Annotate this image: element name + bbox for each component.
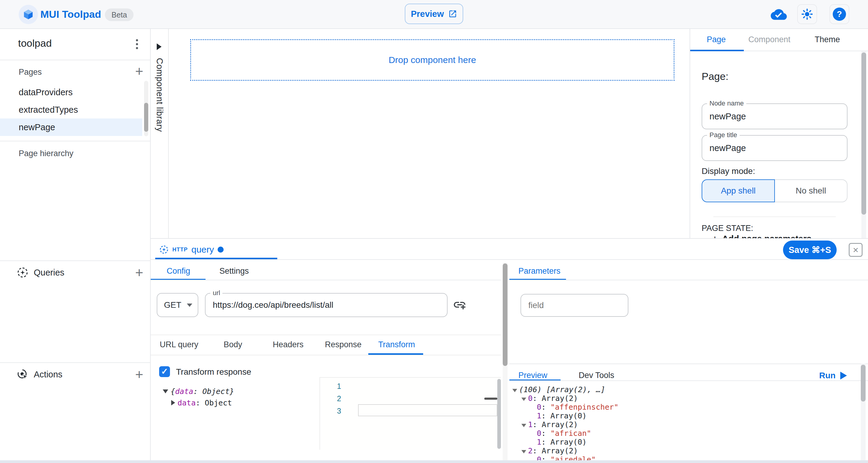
tab-config[interactable]: Config bbox=[167, 267, 190, 276]
query-icon bbox=[159, 245, 169, 254]
collapse-arrow-icon[interactable] bbox=[513, 389, 517, 392]
plus-icon: + bbox=[712, 233, 718, 239]
actions-icon bbox=[17, 368, 29, 380]
node-name-input[interactable] bbox=[710, 104, 840, 129]
query-protocol-label: HTTP bbox=[173, 247, 188, 253]
queries-icon bbox=[17, 267, 29, 279]
parameter-name-field bbox=[521, 294, 628, 317]
parameter-name-input[interactable] bbox=[528, 295, 621, 316]
page-heading: Page: bbox=[702, 70, 728, 82]
tab-parameters[interactable]: Parameters bbox=[518, 267, 561, 276]
add-link-icon bbox=[453, 298, 467, 312]
tab-url-query[interactable]: URL query bbox=[160, 340, 198, 349]
drop-zone-text: Drop component here bbox=[389, 55, 476, 65]
result-row[interactable]: 0: Array(2) bbox=[513, 394, 859, 403]
tab-transform[interactable]: Transform bbox=[378, 340, 415, 349]
line-number: 2 bbox=[323, 393, 341, 405]
tab-response[interactable]: Response bbox=[325, 340, 362, 349]
sidebar-item-newpage[interactable]: newPage bbox=[0, 119, 142, 136]
preview-button-label: Preview bbox=[411, 9, 444, 19]
tab-dev-tools[interactable]: Dev Tools bbox=[579, 371, 614, 380]
result-row[interactable]: 1: Array(0) bbox=[513, 438, 859, 446]
expand-arrow-icon[interactable] bbox=[171, 400, 175, 405]
url-input[interactable] bbox=[213, 294, 440, 316]
help-button[interactable]: ? bbox=[830, 4, 849, 24]
open-in-new-icon bbox=[448, 9, 457, 19]
result-row[interactable]: 2: Array(2) bbox=[513, 446, 859, 455]
node-name-field: Node name bbox=[702, 103, 847, 129]
add-page-parameters-button[interactable]: + Add page parameters bbox=[712, 233, 811, 238]
add-action-button[interactable]: + bbox=[131, 367, 147, 382]
sidebar-item-page-hierarchy[interactable]: Page hierarchy bbox=[19, 149, 73, 158]
tab-headers[interactable]: Headers bbox=[273, 340, 304, 349]
config-pane-scrollbar-thumb[interactable] bbox=[503, 264, 507, 366]
bind-url-button[interactable] bbox=[453, 298, 467, 313]
chevron-down-icon bbox=[187, 304, 192, 307]
explorer-sidebar: toolpad Pages + dataProviders extractedT… bbox=[0, 29, 151, 463]
collapse-arrow-icon[interactable] bbox=[521, 450, 526, 453]
drop-zone[interactable]: Drop component here bbox=[190, 39, 675, 81]
app-title: MUI Toolpad bbox=[40, 0, 101, 28]
result-row[interactable]: 0: "affenpinscher" bbox=[513, 403, 859, 411]
transform-response-checkbox[interactable]: ✓ bbox=[159, 366, 170, 377]
line-number: 1 bbox=[323, 380, 341, 393]
collapse-arrow-icon[interactable] bbox=[521, 424, 526, 427]
play-icon bbox=[840, 372, 847, 379]
tab-settings[interactable]: Settings bbox=[219, 267, 249, 276]
beta-badge: Beta bbox=[105, 8, 133, 21]
kebab-menu-icon bbox=[136, 39, 138, 41]
queries-section-label: Queries bbox=[34, 268, 64, 278]
tab-preview[interactable]: Preview bbox=[518, 371, 547, 380]
result-row[interactable]: 1: Array(0) bbox=[513, 411, 859, 420]
light-mode-sun-icon bbox=[801, 8, 813, 20]
run-button[interactable]: Run bbox=[819, 371, 847, 380]
query-editor-dock: HTTP query Save ⌘+S × Config Settings GE… bbox=[151, 238, 868, 463]
component-library-panel[interactable]: Component library bbox=[151, 29, 169, 238]
save-button[interactable]: Save ⌘+S bbox=[783, 241, 837, 259]
transform-tab-indicator bbox=[368, 353, 423, 355]
theme-toggle-button[interactable] bbox=[797, 4, 817, 24]
result-root-row[interactable]: (106) [Array(2), …] bbox=[513, 385, 859, 394]
project-name: toolpad bbox=[18, 37, 52, 49]
sidebar-item-dataproviders[interactable]: dataProviders bbox=[0, 84, 142, 101]
result-row[interactable]: 1: Array(2) bbox=[513, 420, 859, 429]
add-query-button[interactable]: + bbox=[131, 265, 147, 280]
page-title-input[interactable] bbox=[710, 136, 840, 160]
inspector-scrollbar-thumb[interactable] bbox=[861, 53, 866, 215]
deploy-status-button[interactable] bbox=[769, 7, 788, 22]
query-name-label: query bbox=[191, 244, 214, 255]
display-mode-app-shell[interactable]: App shell bbox=[702, 179, 775, 202]
result-row[interactable]: 0: "african" bbox=[513, 429, 859, 438]
http-method-select[interactable]: GET bbox=[157, 293, 198, 317]
tab-body[interactable]: Body bbox=[224, 340, 242, 349]
transform-tree-child[interactable]: data: Object bbox=[171, 399, 232, 407]
preview-scrollbar-thumb[interactable] bbox=[861, 365, 866, 402]
transform-code-editor[interactable]: 1 2 3 return Object.entries(data.messag bbox=[319, 377, 501, 450]
query-result-tree: (106) [Array(2), …] 0: Array(2) 0: "affe… bbox=[513, 385, 859, 463]
preview-button[interactable]: Preview bbox=[405, 4, 463, 24]
tab-page[interactable]: Page bbox=[707, 35, 726, 44]
tab-theme[interactable]: Theme bbox=[815, 35, 840, 44]
page-state-label: PAGE STATE: bbox=[702, 224, 753, 233]
overview-ruler-mark bbox=[484, 398, 497, 400]
page-title-field: Page title bbox=[702, 135, 847, 161]
expand-arrow-icon bbox=[157, 43, 161, 50]
sidebar-item-extractedtypes[interactable]: extractedTypes bbox=[0, 101, 142, 119]
query-tab[interactable]: HTTP query bbox=[159, 241, 224, 258]
toolpad-logo[interactable] bbox=[19, 5, 38, 24]
component-library-label: Component library bbox=[155, 58, 164, 132]
cloud-done-icon bbox=[770, 8, 787, 21]
toolpad-logo-icon bbox=[23, 9, 34, 20]
editor-scrollbar-thumb[interactable] bbox=[497, 379, 501, 449]
transform-tree-root[interactable]: {data: Object} bbox=[163, 387, 234, 396]
collapse-arrow-icon[interactable] bbox=[163, 390, 168, 393]
tab-component[interactable]: Component bbox=[748, 35, 790, 44]
project-menu-button[interactable] bbox=[129, 36, 145, 52]
close-query-editor-button[interactable]: × bbox=[849, 243, 863, 257]
display-mode-no-shell[interactable]: No shell bbox=[775, 179, 847, 202]
collapse-arrow-icon[interactable] bbox=[521, 398, 526, 401]
add-page-button[interactable]: + bbox=[131, 63, 147, 79]
display-mode-label: Display mode: bbox=[702, 166, 755, 176]
pages-scrollbar-thumb[interactable] bbox=[144, 103, 148, 132]
transform-response-label: Transform response bbox=[176, 367, 251, 377]
